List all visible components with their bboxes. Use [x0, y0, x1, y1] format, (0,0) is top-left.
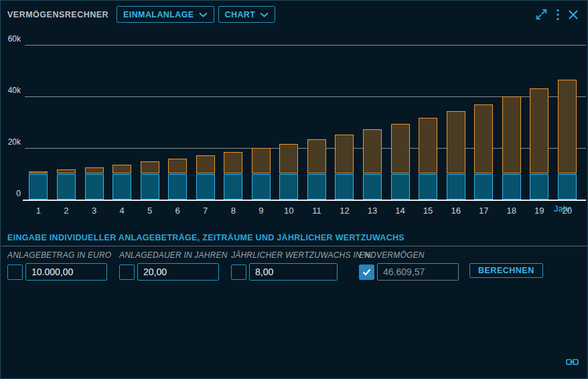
- wealth-chart: 020k40k60k123456789101112131415161718192…: [1, 28, 588, 222]
- checkmark-icon: [362, 269, 371, 276]
- bar-segment-anlagebetrag[interactable]: [419, 174, 437, 200]
- bar-segment-anlagebetrag[interactable]: [307, 174, 326, 200]
- widget-title: VERMÖGENSRECHNER: [7, 10, 108, 19]
- anlagebetrag-controls: [7, 263, 111, 281]
- bar-segment-anlagebetrag[interactable]: [502, 174, 521, 200]
- input-section: EINGABE INDIVIDUELLER ANLAGEBETRÄGE, ZEI…: [1, 228, 588, 289]
- x-axis-label: 9: [248, 206, 275, 216]
- anlageart-dropdown[interactable]: EINMALANLAGE: [117, 6, 214, 23]
- berechnen-button[interactable]: BERECHNEN: [469, 263, 543, 278]
- bar-segment-wertzuwachs[interactable]: [363, 129, 382, 173]
- close-icon[interactable]: [567, 9, 579, 21]
- wertzuwachs-input[interactable]: [249, 263, 338, 281]
- bar-segment-anlagebetrag[interactable]: [447, 174, 465, 200]
- x-axis-label: 11: [303, 206, 330, 216]
- bar-segment-anlagebetrag[interactable]: [85, 174, 104, 200]
- bar-segment-wertzuwachs[interactable]: [307, 139, 326, 173]
- y-axis-label: 60k: [1, 34, 21, 44]
- bar-segment-wertzuwachs[interactable]: [474, 104, 493, 174]
- x-axis-label: 10: [275, 206, 302, 216]
- y-axis-label: 0: [1, 189, 21, 198]
- endvermoegen-field-group: ENDVERMÖGEN: [359, 250, 459, 281]
- bar-segment-wertzuwachs[interactable]: [85, 167, 104, 174]
- x-axis-label: 17: [470, 206, 497, 216]
- x-axis-label: 14: [387, 206, 414, 216]
- endvermoegen-input: [377, 263, 459, 281]
- bar-segment-wertzuwachs[interactable]: [279, 144, 298, 174]
- anlagebetrag-input[interactable]: [25, 263, 107, 281]
- bar-segment-anlagebetrag[interactable]: [224, 174, 242, 200]
- anlageart-dropdown-label: EINMALANLAGE: [123, 10, 194, 19]
- bar-segment-wertzuwachs[interactable]: [419, 118, 437, 174]
- ansicht-dropdown-label: CHART: [225, 10, 256, 19]
- bar-segment-wertzuwachs[interactable]: [252, 148, 271, 173]
- x-axis-label: 5: [137, 206, 163, 216]
- x-axis-label: 16: [443, 206, 469, 216]
- x-axis-label: 3: [81, 206, 108, 216]
- x-axis-label: 19: [526, 206, 553, 216]
- x-axis-label: 15: [415, 206, 441, 216]
- bar-segment-anlagebetrag[interactable]: [474, 174, 493, 200]
- bar-segment-anlagebetrag[interactable]: [558, 174, 577, 200]
- wertzuwachs-checkbox[interactable]: [231, 264, 246, 280]
- x-axis-title: Jahr: [554, 204, 571, 214]
- bar-segment-wertzuwachs[interactable]: [224, 152, 242, 174]
- expand-icon[interactable]: [534, 7, 548, 21]
- bar-segment-wertzuwachs[interactable]: [391, 124, 410, 174]
- bar-segment-wertzuwachs[interactable]: [502, 96, 521, 173]
- bar-segment-anlagebetrag[interactable]: [363, 174, 382, 200]
- anlagedauer-input[interactable]: [137, 263, 219, 281]
- x-axis-label: 7: [192, 206, 219, 216]
- x-axis-label: 12: [331, 206, 358, 216]
- x-axis-label: 2: [53, 206, 80, 216]
- gridline: [25, 45, 586, 46]
- bar-segment-wertzuwachs[interactable]: [196, 155, 215, 173]
- header-icons: [534, 7, 579, 21]
- kebab-menu-icon[interactable]: [556, 8, 560, 21]
- bar-segment-wertzuwachs[interactable]: [168, 159, 187, 174]
- bar-segment-wertzuwachs[interactable]: [530, 88, 548, 174]
- bar-segment-anlagebetrag[interactable]: [252, 174, 271, 200]
- ansicht-dropdown[interactable]: CHART: [218, 6, 276, 23]
- anlagedauer-field-group: ANLAGEDAUER IN JAHREN: [119, 250, 228, 281]
- bar-segment-anlagebetrag[interactable]: [391, 174, 410, 200]
- bar-segment-anlagebetrag[interactable]: [335, 174, 354, 200]
- bar-segment-anlagebetrag[interactable]: [196, 174, 215, 200]
- link-icon[interactable]: [566, 357, 579, 370]
- anlagebetrag-checkbox[interactable]: [7, 264, 23, 280]
- chevron-down-icon: [260, 10, 269, 19]
- x-axis-label: 4: [108, 206, 135, 216]
- anlagebetrag-label: ANLAGEBETRAG IN EURO: [7, 250, 111, 259]
- x-axis-label: 8: [220, 206, 246, 216]
- bar-segment-anlagebetrag[interactable]: [57, 174, 76, 200]
- anlagedauer-controls: [119, 263, 228, 281]
- wertzuwachs-field-group: JÄHRLICHER WERTZUWACHS IN %: [231, 250, 371, 281]
- endvermoegen-controls: [359, 263, 459, 281]
- bar-segment-anlagebetrag[interactable]: [141, 174, 159, 200]
- x-axis-label: 18: [498, 206, 525, 216]
- anlagedauer-checkbox[interactable]: [119, 264, 135, 280]
- x-axis-label: 6: [164, 206, 191, 216]
- y-axis-label: 40k: [1, 86, 21, 95]
- bar-segment-wertzuwachs[interactable]: [335, 135, 354, 173]
- vermoegensrechner-widget: VERMÖGENSRECHNER EINMALANLAGE CHART: [0, 0, 588, 379]
- bar-segment-wertzuwachs[interactable]: [113, 165, 131, 174]
- x-axis-label: 13: [359, 206, 386, 216]
- anlagedauer-label: ANLAGEDAUER IN JAHREN: [119, 250, 228, 259]
- header: VERMÖGENSRECHNER EINMALANLAGE CHART: [1, 1, 587, 28]
- bar-segment-anlagebetrag[interactable]: [530, 174, 548, 200]
- section-divider: [1, 246, 588, 246]
- x-axis-line: [23, 200, 586, 201]
- bar-segment-wertzuwachs[interactable]: [447, 111, 465, 173]
- bar-segment-wertzuwachs[interactable]: [558, 80, 577, 174]
- chevron-down-icon: [199, 10, 208, 19]
- bar-segment-wertzuwachs[interactable]: [141, 161, 159, 173]
- bar-segment-anlagebetrag[interactable]: [113, 174, 131, 200]
- endvermoegen-checkbox[interactable]: [359, 264, 374, 280]
- section-heading: EINGABE INDIVIDUELLER ANLAGEBETRÄGE, ZEI…: [7, 233, 405, 242]
- bar-segment-anlagebetrag[interactable]: [29, 174, 48, 200]
- bar-segment-anlagebetrag[interactable]: [168, 174, 187, 200]
- anlagebetrag-field-group: ANLAGEBETRAG IN EURO: [7, 250, 111, 281]
- bar-segment-anlagebetrag[interactable]: [279, 174, 298, 200]
- wertzuwachs-controls: [231, 263, 371, 281]
